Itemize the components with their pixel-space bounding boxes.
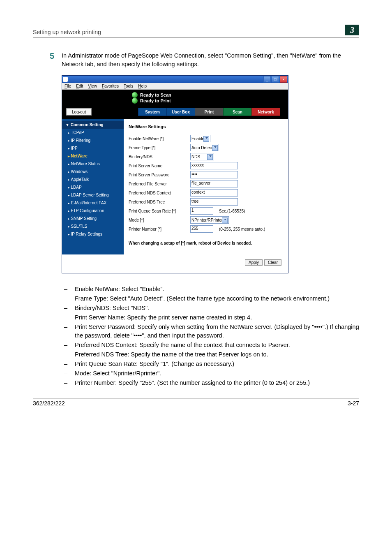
browser-menu-bar: File Edit View Favorites Tools Help	[62, 83, 288, 90]
tab-print[interactable]: Print	[195, 108, 224, 116]
sidebar-item-netware-status[interactable]: NetWare Status	[62, 160, 124, 168]
status-icon	[132, 92, 138, 98]
select-mode[interactable]: NPrinter/RPrinter	[190, 216, 229, 224]
bullet-item: Mode: Select "Nprinter/Rprinter".	[75, 369, 359, 378]
bullet-item: Print Server Name: Specify the print ser…	[75, 313, 359, 322]
footer-left: 362/282/222	[33, 400, 65, 407]
sidebar-item-appletalk[interactable]: AppleTalk	[62, 176, 124, 183]
chapter-badge: 3	[345, 25, 359, 35]
label-enable-netware: Enable NetWare [*]	[129, 136, 190, 141]
label-print-queue-scan-rate: Print Queue Scan Rate [*]	[129, 209, 190, 213]
label-printer-number: Printer Number [*]	[129, 227, 190, 231]
clear-button[interactable]: Clear	[264, 259, 281, 266]
sidebar-item-ip-relay[interactable]: IP Relay Settings	[62, 230, 124, 238]
window-titlebar: _ □ ×	[62, 76, 288, 83]
label-print-server-name: Print Server Name	[129, 164, 190, 168]
label-preferred-nds-tree: Preferred NDS Tree	[129, 200, 190, 204]
bullet-item: Bindery/NDS: Select "NDS".	[75, 304, 359, 312]
ie-icon	[63, 77, 68, 82]
sidebar-item-ldap[interactable]: LDAP	[62, 183, 124, 191]
running-header: Setting up network printing	[33, 29, 342, 35]
panel-title: NetWare Settings	[129, 124, 282, 129]
tab-network[interactable]: Network	[251, 108, 280, 116]
sidebar-item-ldap-server[interactable]: LDAP Server Setting	[62, 191, 124, 199]
select-enable-netware[interactable]: Enable	[190, 135, 210, 142]
sidebar-item-netware[interactable]: NetWare	[62, 152, 124, 160]
label-print-server-password: Print Server Password	[129, 173, 190, 177]
menu-favorites[interactable]: Favorites	[102, 84, 119, 88]
footer-right: 3-27	[348, 400, 359, 407]
minimize-button[interactable]: _	[263, 76, 271, 83]
sidebar-item-ftp[interactable]: FTP Configuration	[62, 207, 124, 215]
sidebar-item-email-ifax[interactable]: E-Mail/Internet FAX	[62, 199, 124, 207]
suffix-scan-rate: Sec.(1-65535)	[219, 209, 245, 213]
sidebar-item-tcpip[interactable]: TCP/IP	[62, 129, 124, 136]
tab-userbox[interactable]: User Box	[166, 108, 195, 116]
sidebar: ▼ Common Setting TCP/IP IP Filtering IPP…	[62, 119, 124, 254]
status-icon	[132, 98, 138, 104]
input-preferred-nds-tree[interactable]: tree	[190, 198, 238, 206]
bullet-item: Print Server Password: Specify only when…	[75, 323, 359, 340]
sidebar-item-ipp[interactable]: IPP	[62, 144, 124, 152]
label-bindery-nds: Bindery/NDS	[129, 155, 190, 159]
label-mode: Mode [*]	[129, 218, 190, 222]
menu-tools[interactable]: Tools	[124, 84, 133, 88]
input-printer-number[interactable]: 255	[190, 225, 213, 233]
bullet-item: Enable NetWare: Select "Enable".	[75, 285, 359, 294]
close-button[interactable]: ×	[280, 76, 287, 83]
input-print-server-name[interactable]: xxxxxx	[190, 162, 238, 169]
menu-edit[interactable]: Edit	[76, 84, 83, 88]
step-text: In Administrator mode of PageScope Web C…	[62, 51, 359, 69]
ready-scan: Ready to Scan	[140, 92, 171, 97]
step-number: 5	[33, 51, 62, 69]
tab-scan[interactable]: Scan	[223, 108, 252, 116]
bullet-item: Preferred NDS Context: Specify the name …	[75, 341, 359, 349]
select-bindery-nds[interactable]: NDS	[190, 153, 214, 160]
sidebar-item-ipfiltering[interactable]: IP Filtering	[62, 136, 124, 144]
input-preferred-nds-context[interactable]: context	[190, 189, 238, 197]
input-preferred-file-server[interactable]: file_server	[190, 180, 238, 187]
apply-button[interactable]: Apply	[245, 259, 263, 266]
bullet-list: –Enable NetWare: Select "Enable". –Frame…	[62, 285, 359, 387]
menu-help[interactable]: Help	[138, 84, 147, 88]
maximize-button[interactable]: □	[272, 76, 279, 83]
settings-panel: NetWare Settings Enable NetWare [*] Enab…	[124, 119, 288, 254]
input-print-queue-scan-rate[interactable]: 1	[190, 207, 213, 215]
sidebar-item-ssl-tls[interactable]: SSL/TLS	[62, 222, 124, 230]
bullet-item: Printer Number: Specify "255". (Set the …	[75, 379, 359, 387]
label-frame-type: Frame Type [*]	[129, 146, 190, 150]
browser-window: _ □ × File Edit View Favorites Tools Hel…	[62, 75, 288, 273]
menu-view[interactable]: View	[88, 84, 97, 88]
menu-file[interactable]: File	[65, 84, 71, 88]
logout-button[interactable]: Log-out	[66, 108, 92, 116]
bullet-item: Frame Type: Select "Auto Detect". (Selec…	[75, 294, 359, 303]
tab-system[interactable]: System	[138, 108, 167, 116]
sidebar-item-windows[interactable]: Windows	[62, 168, 124, 176]
suffix-printer-number: (0-255, 255 means auto.)	[219, 227, 265, 231]
sidebar-section-common[interactable]: ▼ Common Setting	[62, 121, 124, 129]
bullet-item: Print Queue Scan Rate: Specify "1". (Cha…	[75, 360, 359, 368]
reboot-note: When changing a setup of [*] mark, reboo…	[129, 241, 282, 245]
label-preferred-file-server: Preferred File Server	[129, 182, 190, 186]
label-preferred-nds-context: Preferred NDS Context	[129, 191, 190, 195]
select-frame-type[interactable]: Auto Detect	[190, 144, 219, 151]
input-print-server-password[interactable]: ••••	[190, 171, 238, 178]
sidebar-item-snmp[interactable]: SNMP Setting	[62, 215, 124, 222]
bullet-item: Preferred NDS Tree: Specify the name of …	[75, 350, 359, 359]
ready-print: Ready to Print	[140, 98, 171, 103]
